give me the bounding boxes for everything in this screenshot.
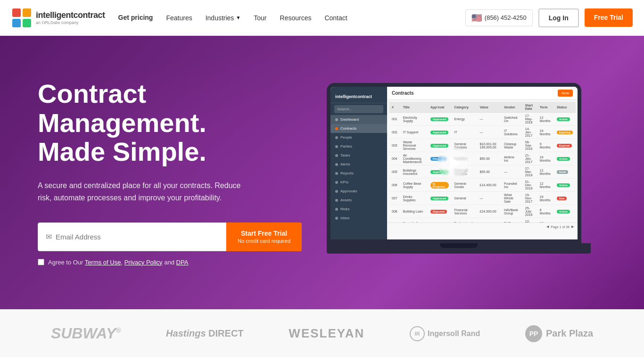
nav-features[interactable]: Features xyxy=(166,14,192,22)
flag-icon: 🇺🇸 xyxy=(471,13,482,23)
cell-vendor: Founded Inc xyxy=(501,179,522,192)
cell-approval: Approved xyxy=(428,192,452,205)
privacy-policy-link[interactable]: Privacy Policy xyxy=(124,259,163,266)
nav-industries[interactable]: Industries ▼ xyxy=(206,14,241,22)
table-row[interactable]: 006 Coffee Bean Supply In Progress Gener… xyxy=(389,179,576,192)
nav-industries-label[interactable]: Industries xyxy=(206,14,234,22)
nav-tour[interactable]: Tour xyxy=(254,14,266,22)
cell-category: General xyxy=(452,192,477,205)
email-input[interactable] xyxy=(56,226,218,247)
cell-vendor: HAVBank Group xyxy=(501,205,522,218)
table-row[interactable]: 004 Air Conditioning Maintenance Pending… xyxy=(389,152,576,165)
table-row[interactable]: 002 IT Support Approved IT — IT Solution… xyxy=(389,126,576,139)
play-button[interactable] xyxy=(438,147,471,180)
play-btn-inner xyxy=(441,150,467,176)
table-row[interactable]: 008 Building Loan Rejected Financial Ser… xyxy=(389,205,576,218)
cell-status: Due xyxy=(554,192,576,205)
cell-status: Active xyxy=(554,179,576,192)
email-input-wrap[interactable]: ✉ xyxy=(38,222,226,251)
svg-rect-1 xyxy=(23,8,31,17)
cell-term: 6 Months xyxy=(537,205,554,218)
park-plaza-logo: PP Park Plaza xyxy=(525,325,593,342)
sidebar-item-parties[interactable]: Parties xyxy=(330,142,387,151)
phone-area[interactable]: 🇺🇸 (856) 452-4250 xyxy=(465,9,533,26)
svg-rect-0 xyxy=(12,8,21,17)
cell-term: 24 Months xyxy=(537,192,554,205)
sidebar-item-approvals[interactable]: Approvals xyxy=(330,187,387,196)
sidebar-item-reports[interactable]: Reports xyxy=(330,169,387,178)
col-value: Value xyxy=(477,102,501,113)
cell-start: 19-Nov-2017 xyxy=(522,192,537,205)
logo[interactable]: intelligentcontract an ORLDatix company xyxy=(11,8,105,28)
cell-category: Professional Services xyxy=(452,218,477,223)
sidebar-item-alerts[interactable]: Alerts xyxy=(330,160,387,169)
cell-vendor: Airtime Inc xyxy=(501,152,522,165)
terms-checkbox[interactable] xyxy=(38,259,44,265)
cell-value: — xyxy=(477,113,501,126)
cell-title: Waste Removal Services xyxy=(400,139,428,152)
terms-of-use-link[interactable]: Terms of Use xyxy=(85,259,121,266)
cta-main-label: Start Free Trial xyxy=(238,229,290,238)
cell-term: 13 Months xyxy=(537,218,554,223)
table-row[interactable]: 007 Drinks Supplies Approved General — W… xyxy=(389,192,576,205)
cell-vendor: IT Solutions xyxy=(501,126,522,139)
sidebar-item-contracts[interactable]: Contracts xyxy=(330,124,387,133)
subway-logo: SUBWAY® xyxy=(51,325,121,342)
logos-strip: SUBWAY® Hastings DIRECT WESLEYAN IR Inge… xyxy=(0,309,644,357)
table-row[interactable]: 003 Waste Removal Services Approved Gene… xyxy=(389,139,576,152)
cell-value: £24,000.00 xyxy=(477,205,501,218)
login-button[interactable]: Log In xyxy=(538,8,579,27)
table-row[interactable]: 009 Security & CCTV Approved Professiona… xyxy=(389,218,576,223)
sidebar-item-assets[interactable]: Assets xyxy=(330,196,387,205)
contracts-title: Contracts xyxy=(392,90,414,96)
sidebar-item-kpis[interactable]: KPIs xyxy=(330,178,387,187)
cell-start: 21-Jan-2017 xyxy=(522,152,537,165)
cell-title: Coffee Bean Supply xyxy=(400,179,428,192)
cell-start: 08-Sep-2016 xyxy=(522,139,537,152)
hastings-direct-logo: Hastings DIRECT xyxy=(166,328,243,339)
logo-name: intelligentcontract xyxy=(36,10,105,20)
cell-start: 27-Mar-2018 xyxy=(522,165,537,179)
cell-num: 005 xyxy=(389,165,400,179)
hero-description: A secure and centralized place for all y… xyxy=(38,180,250,204)
get-pricing-link[interactable]: Get pricing xyxy=(118,14,153,22)
cell-vendor: — xyxy=(501,165,522,179)
col-start: Start Date xyxy=(522,102,537,113)
wesleyan-logo: WESLEYAN xyxy=(289,326,364,341)
table-row[interactable]: 005 Buildings Insurance Approved Financi… xyxy=(389,165,576,179)
sidebar-search[interactable]: Search... xyxy=(334,105,383,113)
phone-number: (856) 452-4250 xyxy=(485,14,527,21)
new-contract-button[interactable]: New xyxy=(558,90,573,97)
sidebar-item-risks[interactable]: Risks xyxy=(330,205,387,214)
hero-content: Contract Management. Made Simple. A secu… xyxy=(38,79,302,265)
free-trial-button[interactable]: Free Trial xyxy=(585,8,633,26)
contracts-table: # Title App'oval Category Value Vendor S… xyxy=(389,102,576,222)
sidebar-item-inbox[interactable]: Inbox xyxy=(330,214,387,222)
cell-vendor: BHB Security xyxy=(501,218,522,223)
cell-start: 17-May-2018 xyxy=(522,113,537,126)
pagination-prev[interactable]: ◀ xyxy=(546,225,549,229)
sidebar-item-tasks[interactable]: Tasks xyxy=(330,151,387,160)
table-row[interactable]: 001 Electricity Supply Approved Energy —… xyxy=(389,113,576,126)
cta-sub-label: No credit card required xyxy=(238,238,290,244)
logo-subtitle: an ORLDatix company xyxy=(36,20,105,25)
sidebar-item-dashboard[interactable]: Dashboard xyxy=(330,115,387,124)
pagination-next[interactable]: ▶ xyxy=(571,225,574,229)
dpa-link[interactable]: DPA xyxy=(176,259,189,266)
cell-value: — xyxy=(477,126,501,139)
cell-status: Expired xyxy=(554,139,576,152)
cell-approval: Approved xyxy=(428,126,452,139)
app-main: Contracts New # Title App'oval xyxy=(387,87,578,239)
cell-approval: In Progress xyxy=(428,179,452,192)
cell-title: Buildings Insurance xyxy=(400,165,428,179)
nav-contact[interactable]: Contact xyxy=(324,14,347,22)
cell-title: Drinks Supplies xyxy=(400,192,428,205)
nav-resources[interactable]: Resources xyxy=(280,14,312,22)
app-sidebar: intelligentcontract Search... Dashboard … xyxy=(330,87,387,239)
sidebar-item-people[interactable]: People xyxy=(330,133,387,142)
col-approval: App'oval xyxy=(428,102,452,113)
cell-num: 001 xyxy=(389,113,400,126)
signup-form: ✉ Start Free Trial No credit card requir… xyxy=(38,222,302,251)
terms-row: Agree to Our Terms of Use, Privacy Polic… xyxy=(38,259,302,266)
start-trial-button[interactable]: Start Free Trial No credit card required xyxy=(226,222,302,251)
